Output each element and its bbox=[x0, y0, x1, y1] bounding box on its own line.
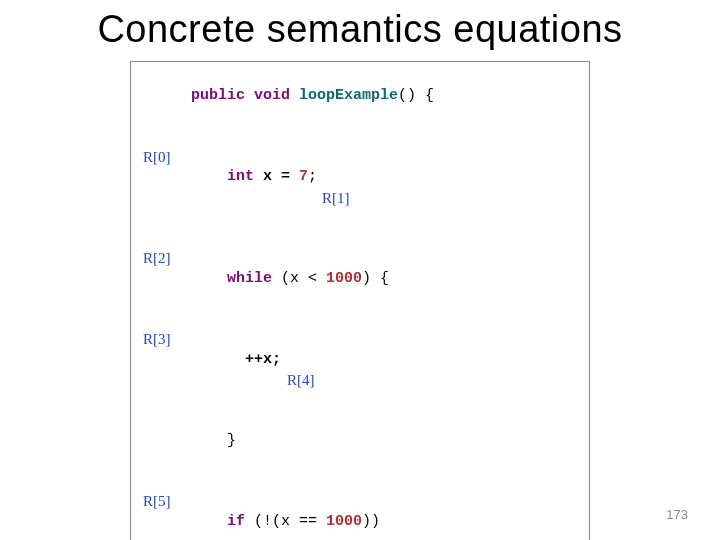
code-line-3: R[2] while (x < 1000) { bbox=[137, 228, 583, 309]
keyword: if bbox=[191, 513, 254, 530]
number: 1000 bbox=[326, 513, 362, 530]
code-line-4: R[3] ++x; R[4] bbox=[137, 309, 583, 410]
code-line-5: } bbox=[137, 410, 583, 471]
text: ++x; bbox=[191, 351, 281, 368]
text: } bbox=[191, 432, 236, 449]
label-r5: R[5] bbox=[143, 491, 171, 511]
label-r0: R[0] bbox=[143, 147, 171, 167]
number: 7 bbox=[299, 168, 308, 185]
label-r3: R[3] bbox=[143, 329, 171, 349]
label-r1: R[1] bbox=[322, 188, 350, 208]
text: () { bbox=[398, 87, 434, 104]
text: (!(x == bbox=[254, 513, 326, 530]
page-number: 173 bbox=[666, 507, 688, 522]
code-line-2: R[0] int x = 7; R[1] bbox=[137, 127, 583, 228]
text: ) { bbox=[362, 270, 389, 287]
text: x = bbox=[263, 168, 299, 185]
text: )) bbox=[362, 513, 380, 530]
method-name: loopExample bbox=[299, 87, 398, 104]
text: ; bbox=[308, 168, 317, 185]
keyword: public void bbox=[191, 87, 299, 104]
keyword: while bbox=[191, 270, 281, 287]
code-line-6: R[5] if (!(x == 1000)) bbox=[137, 471, 583, 540]
text: (x < bbox=[281, 270, 326, 287]
label-r4: R[4] bbox=[287, 370, 315, 390]
number: 1000 bbox=[326, 270, 362, 287]
slide-title: Concrete semantics equations bbox=[40, 8, 680, 51]
label-r2: R[2] bbox=[143, 248, 171, 268]
slide: Concrete semantics equations public void… bbox=[0, 0, 720, 540]
keyword: int bbox=[191, 168, 263, 185]
code-line-1: public void loopExample() { bbox=[137, 66, 583, 127]
code-box: public void loopExample() { R[0] int x =… bbox=[130, 61, 590, 540]
